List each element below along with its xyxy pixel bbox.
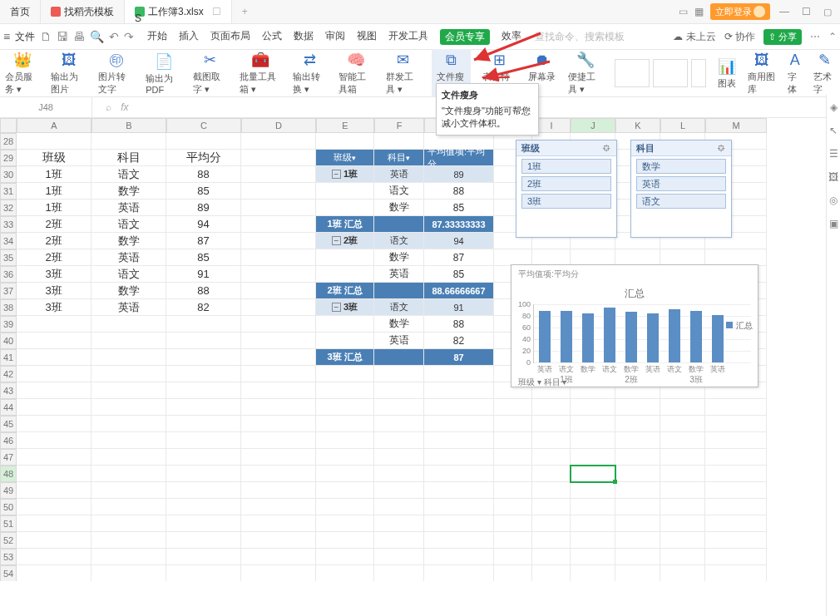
cell-B53[interactable]: [91, 549, 166, 565]
cell-F29[interactable]: 科目▾: [374, 150, 424, 166]
tab-add[interactable]: +: [232, 0, 258, 23]
qat-undo-icon[interactable]: ↶: [109, 30, 119, 43]
ribbon-right-2[interactable]: A字体: [788, 51, 802, 96]
side-icon-1[interactable]: ◈: [830, 101, 838, 113]
cell-E54[interactable]: [316, 565, 374, 581]
row-head-40[interactable]: 40: [0, 333, 17, 349]
cell-L46[interactable]: [660, 432, 705, 449]
cell-C50[interactable]: [166, 499, 241, 515]
row-head-52[interactable]: 52: [0, 532, 17, 549]
layout-icon[interactable]: ▭: [679, 6, 688, 17]
cell-A50[interactable]: [17, 499, 91, 515]
cell-M53[interactable]: [705, 549, 767, 565]
cell-E41[interactable]: 3班 汇总: [316, 349, 374, 366]
cell-B40[interactable]: [91, 333, 166, 349]
cell-D46[interactable]: [241, 432, 316, 449]
cell-F50[interactable]: [374, 499, 424, 515]
cell-D28[interactable]: [241, 133, 316, 150]
qat-save-icon[interactable]: 🖫: [57, 30, 68, 43]
cell-D32[interactable]: [241, 200, 316, 216]
cell-B35[interactable]: 英语: [91, 249, 166, 266]
cell-A45[interactable]: [17, 416, 91, 432]
cell-C35[interactable]: 85: [166, 249, 241, 266]
cell-G31[interactable]: 88: [424, 183, 494, 200]
cell-D53[interactable]: [241, 549, 316, 565]
cell-F43[interactable]: [374, 382, 424, 399]
bar-1[interactable]: [561, 311, 572, 362]
cell-A35[interactable]: 2班: [17, 249, 91, 266]
cell-G37[interactable]: 88.66666667: [424, 283, 494, 299]
cell-F53[interactable]: [374, 549, 424, 565]
cell-A30[interactable]: 1班: [17, 166, 91, 183]
cell-C32[interactable]: 89: [166, 200, 241, 216]
row-head-32[interactable]: 32: [0, 200, 17, 216]
menu-tab-4[interactable]: 数据: [294, 29, 314, 45]
cell-E42[interactable]: [316, 366, 374, 382]
cell-E37[interactable]: 2班 汇总: [316, 283, 374, 299]
cell-D39[interactable]: [241, 316, 316, 333]
cell-F47[interactable]: [374, 449, 424, 466]
cell-L53[interactable]: [660, 549, 705, 565]
cell-F45[interactable]: [374, 416, 424, 432]
cell-E53[interactable]: [316, 549, 374, 565]
slicer-subject[interactable]: 科目⯐数学英语语文: [630, 140, 732, 238]
row-head-50[interactable]: 50: [0, 499, 17, 515]
cell-L51[interactable]: [660, 515, 705, 532]
cell-A43[interactable]: [17, 382, 91, 399]
ribbon-截图取字[interactable]: ✂截图取字 ▾: [193, 51, 227, 96]
row-head-39[interactable]: 39: [0, 316, 17, 333]
cell-D29[interactable]: [241, 150, 316, 166]
cell-D48[interactable]: [241, 466, 316, 482]
cell-D41[interactable]: [241, 349, 316, 366]
cell-K46[interactable]: [615, 432, 660, 449]
cell-G51[interactable]: [424, 515, 494, 532]
col-head-D[interactable]: D: [241, 118, 316, 133]
maximize-button[interactable]: ☐: [798, 6, 813, 17]
cell-I53[interactable]: [532, 549, 571, 565]
col-head-K[interactable]: K: [615, 118, 660, 133]
fx-label[interactable]: ⌕ fx: [92, 101, 142, 113]
row-head-54[interactable]: 54: [0, 565, 17, 581]
cell-M51[interactable]: [705, 515, 767, 532]
cell-B32[interactable]: 英语: [91, 200, 166, 216]
cell-C31[interactable]: 85: [166, 183, 241, 200]
cell-B48[interactable]: [91, 466, 166, 482]
cell-J53[interactable]: [571, 549, 615, 565]
collapse-icon[interactable]: −: [332, 236, 341, 245]
cell-C51[interactable]: [166, 515, 241, 532]
cell-E40[interactable]: [316, 333, 374, 349]
cell-G38[interactable]: 91: [424, 299, 494, 316]
cell-G39[interactable]: 88: [424, 316, 494, 333]
cell-F54[interactable]: [374, 565, 424, 581]
col-head-C[interactable]: C: [166, 118, 241, 133]
cell-D42[interactable]: [241, 366, 316, 382]
cell-C48[interactable]: [166, 466, 241, 482]
pivot-chart[interactable]: 平均值项:平均分汇总020406080100英语语文数学语文数学英语语文数学英语…: [511, 264, 758, 387]
col-head-F[interactable]: F: [374, 118, 424, 133]
cell-K51[interactable]: [615, 515, 660, 532]
cell-G45[interactable]: [424, 416, 494, 432]
minimize-button[interactable]: —: [777, 6, 792, 17]
clear-filter-icon[interactable]: ⯐: [602, 143, 611, 153]
cell-D31[interactable]: [241, 183, 316, 200]
cell-L50[interactable]: [660, 499, 705, 515]
cell-F31[interactable]: 语文: [374, 183, 424, 200]
ribbon-群发工具[interactable]: ✉群发工具 ▾: [386, 51, 420, 96]
cell-K49[interactable]: [615, 482, 660, 499]
cell-J48[interactable]: [571, 466, 615, 482]
ribbon-图片转文字[interactable]: ㊞图片转文字: [98, 51, 134, 96]
cell-G43[interactable]: [424, 382, 494, 399]
qat-redo-icon[interactable]: ↷: [124, 30, 134, 43]
tab-workbook[interactable]: S工作簿3.xlsx ☐: [125, 0, 232, 23]
cell-L49[interactable]: [660, 482, 705, 499]
cell-M44[interactable]: [705, 399, 767, 416]
col-head-E[interactable]: E: [316, 118, 374, 133]
collapse-icon[interactable]: −: [332, 170, 341, 179]
cell-K45[interactable]: [615, 416, 660, 432]
cell-F36[interactable]: 英语: [374, 266, 424, 283]
cell-G42[interactable]: [424, 366, 494, 382]
cell-C53[interactable]: [166, 549, 241, 565]
cell-G30[interactable]: 89: [424, 166, 494, 183]
cell-E45[interactable]: [316, 416, 374, 432]
cell-A39[interactable]: [17, 316, 91, 333]
